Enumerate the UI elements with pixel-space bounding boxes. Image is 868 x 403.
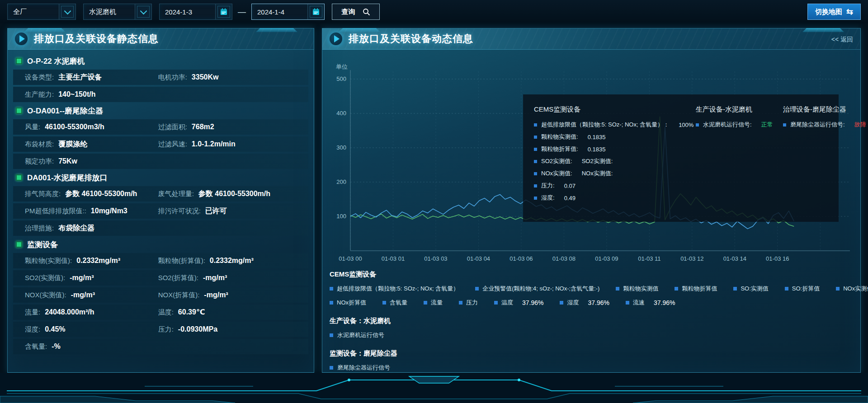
tooltip-item-label: 磨尾除尘器运行信号: [790, 121, 845, 129]
legend-item[interactable]: 企业预警值(颗粒物:4; sOz-; NOx-;含氧气量:-) [475, 285, 599, 293]
info-cell: 颗粒物(实测值):0.2332mg/m³ [25, 257, 158, 265]
field-label: 湿度: [25, 325, 40, 334]
legend-item[interactable]: 超低排放限值（颗拉物:5: SOz-; NOx; 含氧量） [330, 285, 459, 293]
legend-item[interactable]: 颗粒物实测值 [616, 285, 658, 293]
legend-item-label: 含氧量 [390, 299, 407, 307]
device-signal-item[interactable]: 磨尾除尘器运行信号 [330, 364, 853, 372]
calendar-icon [311, 7, 321, 16]
device-section: 生产设备：水泥磨机水泥磨机运行信号 [330, 317, 853, 339]
info-cell: 电机功率:3350Kw [158, 73, 292, 82]
top-toolbar: 全厂 水泥磨机 2024-1-3 — 2024-1-4 [0, 0, 868, 23]
x-axis-tick: 01-03 09 [595, 255, 618, 262]
search-icon [363, 8, 370, 16]
legend-bullet-icon [459, 301, 462, 305]
field-value: 1.0-1.2m/min [192, 140, 236, 148]
device-signal-item[interactable]: 水泥磨机运行信号 [330, 331, 853, 339]
tooltip-item-label: 颗粒物折算值: [541, 145, 578, 153]
info-row: 生产能力:140~150t/h [13, 87, 308, 102]
plant-select-value: 全厂 [13, 8, 27, 16]
legend-item[interactable]: 湿度37.96% [560, 299, 609, 307]
info-cell: 布袋材质:覆膜涤纶 [25, 140, 158, 149]
field-value: 覆膜涤纶 [58, 140, 87, 149]
legend-item[interactable]: 颗粒物折算值 [675, 285, 717, 293]
field-value: 10mg/Nm3 [91, 207, 127, 215]
calendar-icon[interactable] [307, 4, 324, 19]
back-link[interactable]: << 返回 [831, 36, 853, 44]
y-axis-tick: 300 [336, 144, 346, 151]
info-cell: 含氧量:-% [25, 342, 158, 351]
legend-item[interactable]: SO:折算值 [785, 285, 820, 293]
legend-item[interactable]: 流量 [424, 299, 443, 307]
info-row: 设备类型:主要生产设备电机功率:3350Kw [13, 70, 308, 85]
tooltip-column-title: 生产设备-水泥磨机 [696, 105, 770, 114]
query-button[interactable]: 查询 [332, 4, 380, 20]
tooltip-item-value: 正常 [761, 121, 773, 129]
field-label: 流量: [25, 308, 40, 317]
date-from-input[interactable]: 2024-1-3 [159, 4, 232, 20]
plant-select[interactable]: 全厂 [7, 4, 76, 20]
field-value: -mg/m³ [70, 274, 94, 282]
switch-map-button[interactable]: 切换地图 ⇆ [807, 4, 861, 20]
section-header-row: O-P-22 水泥磨机 [13, 54, 308, 68]
legend-bullet-icon [330, 301, 333, 305]
chevron-down-icon[interactable] [135, 4, 151, 19]
legend-item[interactable]: 压力 [459, 299, 478, 307]
section-bullet-icon [16, 108, 22, 114]
static-info-panel: 排放口及关联设备静态信息 O-P-22 水泥磨机设备类型:主要生产设备电机功率:… [7, 28, 314, 373]
legend-item[interactable]: 含氧量 [382, 299, 407, 307]
tooltip-item-value: NOx实测值: [582, 169, 613, 178]
legend-item[interactable]: NOx实测值 [836, 285, 868, 293]
tooltip-item: 湿度:0.49 [534, 194, 683, 202]
chevron-down-icon[interactable] [59, 4, 75, 19]
field-value: 768m2 [192, 123, 214, 131]
tooltip-item-value: 0.1835 [588, 146, 606, 153]
field-value: 参数 46100-55300m/h [65, 189, 137, 199]
field-label: 温度: [158, 308, 174, 317]
info-cell: NOX(折算值):-mg/m³ [158, 291, 292, 300]
device-select[interactable]: 水泥磨机 [83, 4, 152, 20]
info-cell: NOX(实测值):-mg/m³ [25, 291, 158, 300]
info-cell: 废气处理量:参数 46100-55300m/h [158, 189, 292, 199]
legend-bullet-icon [330, 366, 333, 370]
tooltip-item-value: SO2实测值: [582, 157, 613, 165]
legend-bullet-icon [534, 123, 537, 127]
legend-bullet-icon [534, 136, 537, 139]
info-row: 风量:46100-55300m3/h过滤面积:768m2 [13, 119, 308, 135]
x-axis-tick: 01-03 00 [339, 255, 362, 262]
field-value: -mg/m³ [204, 291, 228, 299]
tooltip-column: 治理设备-磨尾除尘器磨尾除尘器运行信号:故障 [783, 105, 866, 222]
query-button-label: 查询 [342, 8, 355, 16]
legend-item[interactable]: SO:实测值 [733, 285, 768, 293]
date-to-input[interactable]: 2024-1-4 [251, 4, 325, 20]
legend-bullet-icon [785, 287, 788, 291]
calendar-icon[interactable] [215, 4, 232, 19]
legend-item[interactable]: 温度37.96% [494, 299, 543, 307]
field-value: 46100-55300m3/h [45, 123, 104, 131]
field-label: 额定功率: [25, 157, 54, 166]
legend-item[interactable]: NOx折算值 [330, 299, 366, 307]
tooltip-item: 水泥磨机运行信号:正常 [696, 121, 770, 129]
info-row: 颗粒物(实测值):0.2332mg/m³颗粒物(折算值):0.2332mg/m³ [13, 253, 308, 268]
field-label: SO2(折算值): [158, 274, 198, 282]
legend-item-label: 温度 [501, 299, 513, 307]
legend-bullet-icon [675, 287, 678, 291]
field-label: 过滤风速: [158, 140, 187, 149]
legend-row: NOx折算值含氧量流量压力温度37.96%湿度37.96%流速37.96% [330, 299, 853, 307]
section-bullet-icon [16, 58, 22, 64]
field-value: 0.2332mg/m³ [210, 257, 254, 265]
tooltip-item-label: 压力: [541, 182, 555, 190]
legend-item-label: 湿度 [567, 299, 579, 307]
legend-item[interactable]: 流速37.96% [626, 299, 675, 307]
info-row: NOX(实测值):-mg/m³NOX(折算值):-mg/m³ [13, 287, 308, 303]
info-cell: 湿度:0.45% [25, 325, 158, 334]
legend-item-label: 颗粒物折算值 [682, 285, 717, 293]
info-cell: 风量:46100-55300m3/h [25, 123, 158, 131]
field-value: 参数 46100-55300m/h [198, 189, 270, 199]
field-label: 风量: [25, 123, 40, 131]
legend-bullet-icon [616, 287, 619, 291]
x-axis-tick: 01-03 06 [509, 255, 533, 262]
x-axis-tick: 01-03 14 [723, 255, 746, 262]
legend-item-label: 流量 [431, 299, 443, 307]
legend-bullet-icon [534, 148, 537, 151]
legend-bullet-icon [534, 172, 537, 175]
